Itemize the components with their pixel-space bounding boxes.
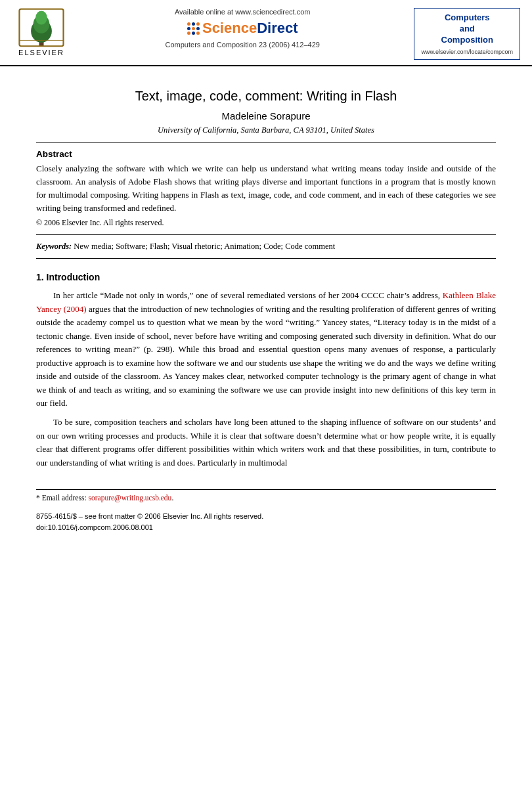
abstract-section: Abstract Closely analyzing the software …: [36, 149, 496, 229]
footnote-area: * Email address: sorapure@writing.ucsb.e…: [36, 489, 496, 502]
footer-doi-text: doi:10.1016/j.compcom.2006.08.001: [36, 522, 263, 533]
footer-bottom: 8755-4615/$ – see front matter © 2006 El…: [36, 511, 496, 533]
keywords-label: Keywords:: [36, 242, 72, 251]
footer-rights-text: 8755-4615/$ – see front matter © 2006 El…: [36, 511, 263, 522]
abstract-text: Closely analyzing the software with whic…: [36, 162, 496, 215]
article-title: Text, image, code, comment: Writing in F…: [36, 89, 496, 104]
journal-title-text: Computers and Composition: [421, 12, 513, 46]
svg-point-3: [35, 11, 47, 24]
copyright-line: © 2006 Elsevier Inc. All rights reserved…: [36, 218, 496, 228]
journal-citation-line: Computers and Composition 23 (2006) 412–…: [166, 41, 320, 49]
divider-2: [36, 234, 496, 235]
footnote-star-label: * Email address:: [36, 494, 89, 502]
section-1-heading: 1. Introduction: [36, 272, 496, 282]
page-header: ELSEVIER Available online at www.science…: [0, 0, 532, 66]
footer-rights-doi: 8755-4615/$ – see front matter © 2006 El…: [36, 511, 263, 533]
sciencedirect-brand-text: ScienceDirect: [202, 20, 298, 37]
sciencedirect-logo: ScienceDirect: [187, 20, 298, 37]
available-online-text: Available online at www.sciencedirect.co…: [175, 8, 310, 16]
elsevier-logo: ELSEVIER: [12, 8, 71, 56]
yancey-citation-link[interactable]: Kathleen Blake Yancey (2004): [36, 290, 496, 314]
divider-1: [36, 142, 496, 142]
abstract-heading: Abstract: [36, 149, 496, 159]
footnote-email-link[interactable]: sorapure@writing.ucsb.edu: [89, 494, 172, 502]
journal-title-box: Computers and Composition www.elsevier.c…: [414, 8, 520, 60]
sd-dots-icon: [187, 22, 200, 35]
divider-3: [36, 258, 496, 259]
article-body: Text, image, code, comment: Writing in F…: [0, 66, 532, 552]
elsevier-tree-icon: [18, 8, 65, 47]
section-1-para-2: To be sure, composition teachers and sch…: [36, 416, 496, 470]
journal-url: www.elsevier.com/locate/compcom: [421, 49, 513, 55]
article-title-block: Text, image, code, comment: Writing in F…: [36, 89, 496, 135]
keywords-line: Keywords: New media; Software; Flash; Vi…: [36, 242, 496, 252]
article-affiliation: University of California, Santa Barbara,…: [36, 125, 496, 135]
article-author: Madeleine Sorapure: [36, 110, 496, 121]
header-center: Available online at www.sciencedirect.co…: [78, 8, 407, 49]
section-1-para-1: In her article “Made not only in words,”…: [36, 289, 496, 410]
elsevier-text-label: ELSEVIER: [18, 49, 64, 56]
footnote-email-line: * Email address: sorapure@writing.ucsb.e…: [36, 494, 496, 502]
keywords-values: New media; Software; Flash; Visual rheto…: [74, 242, 335, 251]
